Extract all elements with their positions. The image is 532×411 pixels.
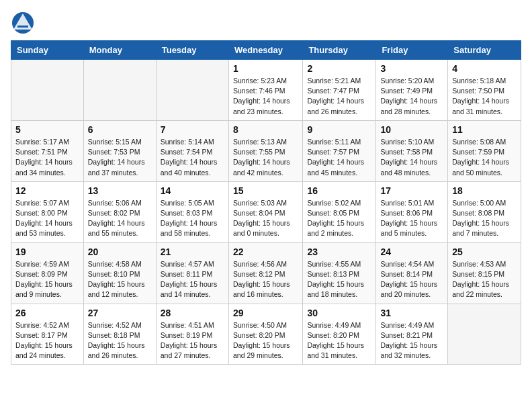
calendar-cell: 8Sunrise: 5:13 AMSunset: 7:55 PMDaylight… bbox=[228, 120, 302, 181]
calendar-cell: 23Sunrise: 4:55 AMSunset: 8:13 PMDayligh… bbox=[303, 242, 376, 304]
calendar-cell: 7Sunrise: 5:14 AMSunset: 7:54 PMDaylight… bbox=[156, 120, 228, 181]
day-number: 7 bbox=[161, 124, 224, 135]
calendar-cell bbox=[448, 304, 521, 365]
day-info: Sunrise: 5:15 AMSunset: 7:53 PMDaylight:… bbox=[88, 137, 152, 178]
page-header bbox=[11, 11, 521, 35]
day-number: 16 bbox=[307, 185, 371, 196]
calendar-cell bbox=[83, 60, 156, 121]
calendar-cell: 18Sunrise: 5:00 AMSunset: 8:08 PMDayligh… bbox=[448, 181, 521, 242]
day-info: Sunrise: 4:51 AMSunset: 8:19 PMDaylight:… bbox=[161, 320, 224, 361]
calendar-cell: 12Sunrise: 5:07 AMSunset: 8:00 PMDayligh… bbox=[11, 181, 84, 242]
day-info: Sunrise: 5:02 AMSunset: 8:05 PMDaylight:… bbox=[307, 198, 371, 239]
calendar-cell: 2Sunrise: 5:21 AMSunset: 7:47 PMDaylight… bbox=[303, 60, 376, 121]
day-number: 21 bbox=[161, 246, 224, 257]
day-info: Sunrise: 4:53 AMSunset: 8:15 PMDaylight:… bbox=[452, 259, 517, 300]
day-number: 14 bbox=[161, 185, 224, 196]
day-number: 20 bbox=[88, 246, 152, 257]
calendar-cell: 13Sunrise: 5:06 AMSunset: 8:02 PMDayligh… bbox=[83, 181, 156, 242]
day-number: 18 bbox=[452, 185, 517, 196]
day-info: Sunrise: 5:08 AMSunset: 7:59 PMDaylight:… bbox=[452, 137, 517, 178]
day-info: Sunrise: 5:23 AMSunset: 7:46 PMDaylight:… bbox=[233, 76, 298, 117]
day-number: 17 bbox=[380, 185, 443, 196]
day-info: Sunrise: 5:13 AMSunset: 7:55 PMDaylight:… bbox=[233, 137, 298, 178]
calendar-week-row: 1Sunrise: 5:23 AMSunset: 7:46 PMDaylight… bbox=[11, 60, 521, 121]
day-info: Sunrise: 4:49 AMSunset: 8:20 PMDaylight:… bbox=[307, 320, 371, 361]
calendar-cell: 27Sunrise: 4:52 AMSunset: 8:18 PMDayligh… bbox=[83, 304, 156, 365]
calendar-cell: 25Sunrise: 4:53 AMSunset: 8:15 PMDayligh… bbox=[448, 242, 521, 304]
day-info: Sunrise: 5:00 AMSunset: 8:08 PMDaylight:… bbox=[452, 198, 517, 239]
day-number: 3 bbox=[380, 63, 443, 74]
day-info: Sunrise: 4:49 AMSunset: 8:21 PMDaylight:… bbox=[380, 320, 443, 361]
calendar-cell: 24Sunrise: 4:54 AMSunset: 8:14 PMDayligh… bbox=[376, 242, 448, 304]
day-of-week-header: Tuesday bbox=[156, 41, 228, 60]
calendar-cell: 11Sunrise: 5:08 AMSunset: 7:59 PMDayligh… bbox=[448, 120, 521, 181]
day-info: Sunrise: 4:54 AMSunset: 8:14 PMDaylight:… bbox=[380, 259, 443, 300]
day-info: Sunrise: 5:05 AMSunset: 8:03 PMDaylight:… bbox=[161, 198, 224, 239]
day-number: 4 bbox=[452, 63, 517, 74]
day-info: Sunrise: 4:56 AMSunset: 8:12 PMDaylight:… bbox=[233, 259, 298, 300]
day-number: 1 bbox=[233, 63, 298, 74]
calendar-cell: 1Sunrise: 5:23 AMSunset: 7:46 PMDaylight… bbox=[228, 60, 302, 121]
day-number: 31 bbox=[380, 308, 443, 318]
day-number: 22 bbox=[233, 246, 298, 257]
calendar-table: SundayMondayTuesdayWednesdayThursdayFrid… bbox=[11, 40, 521, 365]
day-info: Sunrise: 4:52 AMSunset: 8:18 PMDaylight:… bbox=[88, 320, 152, 361]
calendar-header-row: SundayMondayTuesdayWednesdayThursdayFrid… bbox=[11, 41, 521, 60]
day-info: Sunrise: 5:18 AMSunset: 7:50 PMDaylight:… bbox=[452, 76, 517, 117]
day-info: Sunrise: 5:10 AMSunset: 7:58 PMDaylight:… bbox=[380, 137, 443, 178]
day-info: Sunrise: 5:14 AMSunset: 7:54 PMDaylight:… bbox=[161, 137, 224, 178]
day-number: 10 bbox=[380, 124, 443, 135]
day-info: Sunrise: 5:07 AMSunset: 8:00 PMDaylight:… bbox=[15, 198, 79, 239]
day-number: 23 bbox=[307, 246, 371, 257]
calendar-cell: 30Sunrise: 4:49 AMSunset: 8:20 PMDayligh… bbox=[303, 304, 376, 365]
calendar-cell bbox=[156, 60, 228, 121]
day-info: Sunrise: 5:11 AMSunset: 7:57 PMDaylight:… bbox=[307, 137, 371, 178]
day-info: Sunrise: 5:17 AMSunset: 7:51 PMDaylight:… bbox=[15, 137, 79, 178]
day-info: Sunrise: 4:52 AMSunset: 8:17 PMDaylight:… bbox=[15, 320, 79, 361]
day-number: 11 bbox=[452, 124, 517, 135]
logo bbox=[11, 11, 35, 35]
day-info: Sunrise: 4:58 AMSunset: 8:10 PMDaylight:… bbox=[88, 259, 152, 300]
calendar-cell: 20Sunrise: 4:58 AMSunset: 8:10 PMDayligh… bbox=[83, 242, 156, 304]
calendar-cell: 31Sunrise: 4:49 AMSunset: 8:21 PMDayligh… bbox=[376, 304, 448, 365]
calendar-cell: 6Sunrise: 5:15 AMSunset: 7:53 PMDaylight… bbox=[83, 120, 156, 181]
day-number: 15 bbox=[233, 185, 298, 196]
day-number: 25 bbox=[452, 246, 517, 257]
calendar-cell: 22Sunrise: 4:56 AMSunset: 8:12 PMDayligh… bbox=[228, 242, 302, 304]
calendar-cell: 21Sunrise: 4:57 AMSunset: 8:11 PMDayligh… bbox=[156, 242, 228, 304]
day-number: 13 bbox=[88, 185, 152, 196]
day-number: 5 bbox=[15, 124, 79, 135]
day-of-week-header: Friday bbox=[376, 41, 448, 60]
day-number: 12 bbox=[15, 185, 79, 196]
day-info: Sunrise: 5:21 AMSunset: 7:47 PMDaylight:… bbox=[307, 76, 371, 117]
day-number: 9 bbox=[307, 124, 371, 135]
day-of-week-header: Saturday bbox=[448, 41, 521, 60]
day-number: 19 bbox=[15, 246, 79, 257]
calendar-cell: 26Sunrise: 4:52 AMSunset: 8:17 PMDayligh… bbox=[11, 304, 84, 365]
day-of-week-header: Wednesday bbox=[228, 41, 302, 60]
day-number: 8 bbox=[233, 124, 298, 135]
day-info: Sunrise: 5:03 AMSunset: 8:04 PMDaylight:… bbox=[233, 198, 298, 239]
day-of-week-header: Thursday bbox=[303, 41, 376, 60]
day-info: Sunrise: 5:06 AMSunset: 8:02 PMDaylight:… bbox=[88, 198, 152, 239]
day-number: 6 bbox=[88, 124, 152, 135]
day-of-week-header: Monday bbox=[83, 41, 156, 60]
day-number: 2 bbox=[307, 63, 371, 74]
calendar-cell: 5Sunrise: 5:17 AMSunset: 7:51 PMDaylight… bbox=[11, 120, 84, 181]
day-of-week-header: Sunday bbox=[11, 41, 84, 60]
day-info: Sunrise: 4:50 AMSunset: 8:20 PMDaylight:… bbox=[233, 320, 298, 361]
calendar-cell: 10Sunrise: 5:10 AMSunset: 7:58 PMDayligh… bbox=[376, 120, 448, 181]
calendar-week-row: 26Sunrise: 4:52 AMSunset: 8:17 PMDayligh… bbox=[11, 304, 521, 365]
day-info: Sunrise: 4:59 AMSunset: 8:09 PMDaylight:… bbox=[15, 259, 79, 300]
day-number: 26 bbox=[15, 308, 79, 318]
calendar-week-row: 19Sunrise: 4:59 AMSunset: 8:09 PMDayligh… bbox=[11, 242, 521, 304]
calendar-cell: 3Sunrise: 5:20 AMSunset: 7:49 PMDaylight… bbox=[376, 60, 448, 121]
calendar-cell: 29Sunrise: 4:50 AMSunset: 8:20 PMDayligh… bbox=[228, 304, 302, 365]
calendar-cell: 4Sunrise: 5:18 AMSunset: 7:50 PMDaylight… bbox=[448, 60, 521, 121]
day-info: Sunrise: 4:55 AMSunset: 8:13 PMDaylight:… bbox=[307, 259, 371, 300]
calendar-week-row: 5Sunrise: 5:17 AMSunset: 7:51 PMDaylight… bbox=[11, 120, 521, 181]
day-number: 29 bbox=[233, 308, 298, 318]
day-info: Sunrise: 5:20 AMSunset: 7:49 PMDaylight:… bbox=[380, 76, 443, 117]
day-number: 28 bbox=[161, 308, 224, 318]
calendar-cell: 17Sunrise: 5:01 AMSunset: 8:06 PMDayligh… bbox=[376, 181, 448, 242]
